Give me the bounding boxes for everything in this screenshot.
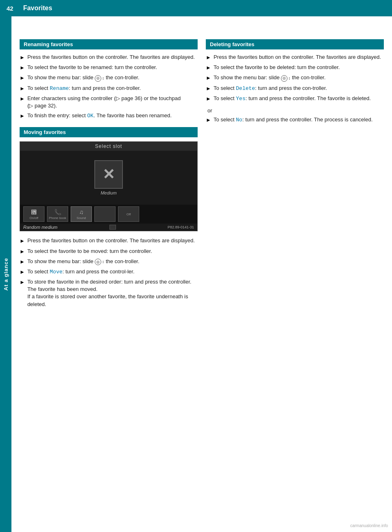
or-text: or (206, 107, 384, 114)
bullet-text: To select No: turn and press the control… (214, 116, 373, 124)
screen-mini-icon (109, 225, 116, 230)
list-item: ► Press the favorites button on the cont… (20, 54, 198, 61)
screen-icon-empty (94, 206, 116, 222)
bullet-arrow: ► (206, 95, 211, 103)
bullet-arrow: ► (20, 237, 25, 245)
screen-footer-text: Random medium (23, 225, 58, 230)
bullet-text: To select the favorite to be renamed: tu… (27, 64, 157, 71)
sound-label: Sound (76, 216, 86, 220)
bullet-arrow: ► (20, 268, 25, 276)
left-column: Renaming favorites ► Press the favorites… (20, 39, 198, 313)
moving-section: Moving favorites Select slot ✕ Medium (20, 127, 198, 308)
onoff-label: On/off (29, 216, 38, 220)
bullet-text: Press the favorites button on the contro… (214, 54, 381, 61)
bullet-text: To select Rename: turn and press the con… (27, 85, 141, 92)
bullet-text: To select Yes: turn and press the contro… (214, 95, 371, 103)
page-title: Favorites (23, 4, 52, 12)
bullet-arrow: ► (20, 54, 25, 61)
screen-main-area: ✕ Medium (20, 151, 197, 205)
list-item: ► To show the menu bar: slide ◎↕ the con… (206, 74, 384, 82)
screen-bottom-icons: ␫ On/off 📞 Phone book ♫ Sound (20, 205, 197, 224)
list-item: ► To select Move: turn and press the con… (20, 268, 198, 276)
moving-section-title: Moving favorites (20, 127, 198, 137)
bullet-arrow: ► (20, 85, 25, 92)
bullet-arrow: ► (20, 279, 25, 286)
list-item: ► Enter characters using the controller … (20, 95, 198, 110)
phonebook-icon: 📞 (54, 209, 61, 215)
bullet-text: To select the favorite to be moved: turn… (27, 248, 152, 255)
list-item: ► Press the favorites button on the cont… (206, 54, 384, 61)
moving-list: ► Press the favorites button on the cont… (20, 237, 198, 308)
bullet-arrow: ► (206, 85, 211, 92)
list-item: ► To store the favorite in the desired o… (20, 278, 198, 308)
screen-medium-label: Medium (94, 190, 123, 195)
bullet-text: Press the favorites button on the contro… (27, 54, 195, 61)
bullet-text: To show the menu bar: slide ◎↕ the con‑t… (214, 74, 325, 81)
list-item: ► To select No: turn and press the contr… (206, 116, 384, 124)
list-item: ► To show the menu bar: slide ◎↕ the con… (20, 74, 198, 82)
power-icon: ␫ (31, 209, 37, 215)
watermark: carmanualonline.info (350, 523, 388, 528)
deleting-list: ► Press the favorites button on the cont… (206, 54, 384, 103)
header-bar: 42 Favorites (0, 0, 392, 16)
sidebar: At a glance (0, 16, 11, 532)
deleting-or-list: ► To select No: turn and press the contr… (206, 116, 384, 124)
bullet-arrow: ► (20, 258, 25, 266)
bullet-arrow: ► (206, 54, 211, 61)
list-item: ► To show the menu bar: slide ◎↕ the con… (20, 258, 198, 266)
bullet-arrow: ► (20, 64, 25, 72)
bullet-text: To show the menu bar: slide ◎↕ the con‑t… (27, 258, 139, 265)
off-label: Off (127, 212, 131, 216)
bullet-arrow: ► (20, 248, 25, 255)
bullet-text: To select the favorite to be deleted: tu… (214, 64, 340, 71)
bullet-text: To store the favorite in the desired ord… (27, 278, 198, 308)
list-item: ► To select the favorite to be deleted: … (206, 64, 384, 72)
list-item: ► To select the favorite to be renamed: … (20, 64, 198, 72)
list-item: ► Press the favorites button on the cont… (20, 237, 198, 245)
page-number: 42 (7, 5, 13, 12)
list-item: ► To select the favorite to be moved: tu… (20, 248, 198, 255)
sidebar-label: At a glance (3, 258, 9, 291)
list-item: ► To select Yes: turn and press the cont… (206, 95, 384, 103)
bullet-text: To select Delete: turn and press the con… (214, 85, 327, 92)
screen-icon-off: Off (118, 206, 139, 222)
main-content: Renaming favorites ► Press the favorites… (11, 33, 392, 320)
bullet-arrow: ► (206, 116, 211, 124)
x-icon: ✕ (102, 166, 115, 183)
screen-top-label: Select slot (95, 143, 122, 149)
bullet-text: To select Move: turn and press the contr… (27, 268, 134, 276)
sound-icon: ♫ (79, 209, 84, 215)
renaming-section-title: Renaming favorites (20, 39, 198, 49)
right-column: Deleting favorites ► Press the favorites… (206, 39, 384, 313)
list-item: ► To finish the entry: select OK. The fa… (20, 112, 198, 120)
screen-footer: Random medium P82.89-0141-31 (20, 224, 197, 231)
bullet-arrow: ► (206, 64, 211, 72)
screen-icon-onoff: ␫ On/off (23, 206, 45, 222)
deleting-section-title: Deleting favorites (206, 39, 384, 49)
screen-icon-phonebook: 📞 Phone book (47, 206, 68, 222)
screen-top-bar: Select slot (20, 142, 197, 151)
moving-screen-image: Select slot ✕ Medium ␫ On/off (20, 141, 198, 231)
phonebook-label: Phone book (49, 216, 67, 220)
screen-ref: P82.89-0141-31 (167, 225, 194, 229)
bullet-text: To finish the entry: select OK. The favo… (27, 112, 172, 120)
bullet-arrow: ► (20, 95, 25, 103)
bullet-text: To show the menu bar: slide ◎↕ the con‑t… (27, 74, 139, 81)
bullet-arrow: ► (206, 74, 211, 82)
bullet-arrow: ► (20, 112, 25, 120)
list-item: ► To select Delete: turn and press the c… (206, 85, 384, 92)
bullet-text: Enter characters using the controller (▷… (27, 95, 198, 110)
renaming-list: ► Press the favorites button on the cont… (20, 54, 198, 120)
screen-icon-sound: ♫ Sound (71, 206, 92, 222)
bullet-arrow: ► (20, 74, 25, 82)
list-item: ► To select Rename: turn and press the c… (20, 85, 198, 92)
bullet-text: Press the favorites button on the contro… (27, 237, 195, 244)
screen-center-icon: ✕ (94, 160, 123, 189)
